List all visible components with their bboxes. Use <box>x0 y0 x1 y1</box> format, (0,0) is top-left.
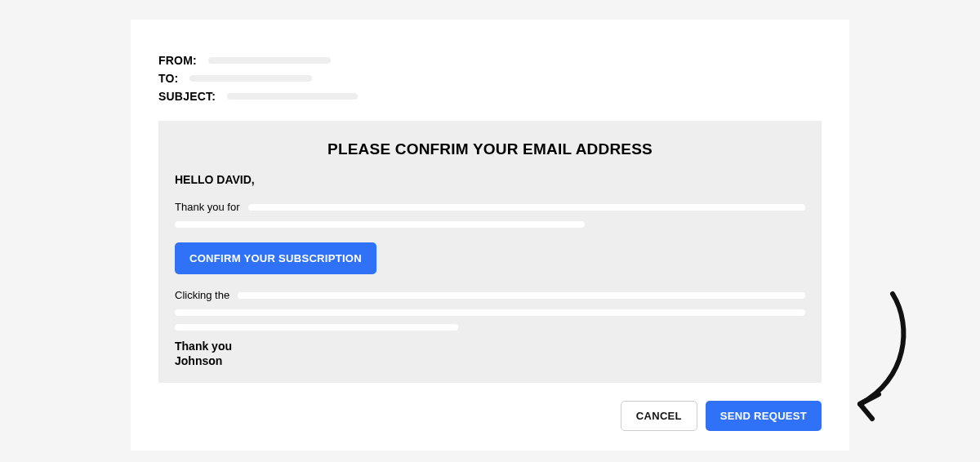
footer-actions: CANCEL SEND REQUEST <box>158 401 822 431</box>
signoff: Thank you Johnson <box>175 339 805 368</box>
subject-row: SUBJECT: <box>158 88 822 104</box>
signoff-line-1: Thank you <box>175 339 805 353</box>
body-line-2-lead: Clicking the <box>175 289 229 301</box>
text-placeholder <box>175 221 585 228</box>
email-headers: FROM: TO: SUBJECT: <box>158 52 822 104</box>
cancel-button[interactable]: CANCEL <box>621 401 697 431</box>
to-value-placeholder[interactable] <box>189 75 312 82</box>
text-placeholder <box>248 204 806 211</box>
subject-label: SUBJECT: <box>158 90 216 103</box>
arrow-annotation-icon <box>840 290 913 429</box>
compose-card: FROM: TO: SUBJECT: PLEASE CONFRIM YOUR E… <box>131 20 849 451</box>
signoff-line-2: Johnson <box>175 353 805 368</box>
from-row: FROM: <box>158 52 822 69</box>
to-label: TO: <box>158 72 178 85</box>
body-line-1-lead: Thank you for <box>175 201 240 213</box>
from-value-placeholder[interactable] <box>208 57 331 64</box>
text-placeholder <box>175 324 458 331</box>
confirm-subscription-button[interactable]: CONFIRM YOUR SUBSCRIPTION <box>175 242 376 274</box>
text-placeholder <box>175 309 805 316</box>
subject-value-placeholder[interactable] <box>227 93 358 100</box>
from-label: FROM: <box>158 54 197 67</box>
email-greeting: HELLO DAVID, <box>175 173 805 186</box>
body-line-1: Thank you for <box>175 201 805 213</box>
body-line-2: Clicking the <box>175 289 805 301</box>
to-row: TO: <box>158 70 822 87</box>
send-request-button[interactable]: SEND REQUEST <box>706 401 822 431</box>
text-placeholder <box>238 292 805 299</box>
email-body-panel: PLEASE CONFRIM YOUR EMAIL ADDRESS HELLO … <box>158 121 822 383</box>
email-body-title: PLEASE CONFRIM YOUR EMAIL ADDRESS <box>175 140 805 158</box>
